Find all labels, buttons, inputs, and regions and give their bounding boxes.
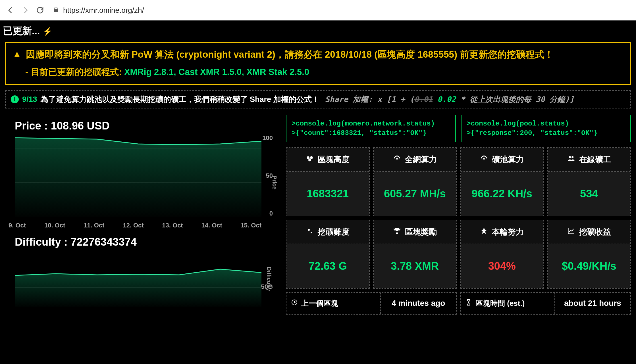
bottom-label-0: 上一個區塊 xyxy=(301,298,338,308)
alert-subline: - 目前已更新的挖礦程式: XMRig 2.8.1, Cast XMR 1.5.… xyxy=(12,66,624,78)
stat-value-5: 3.78 XMR xyxy=(374,244,456,288)
gauge-icon xyxy=(393,154,401,164)
stat-value-0: 1683321 xyxy=(286,172,369,216)
price-x-ticks: 9. Oct 10. Oct 11. Oct 12. Oct 13. Oct 1… xyxy=(9,222,261,229)
price-chart: 100 50 0 Price 9. Oct 10. Oct 11. Oct 12… xyxy=(5,134,281,231)
alert-message: 因應即將到來的分叉和新 PoW 算法 (cryptonight variant … xyxy=(26,48,554,61)
chart-icon xyxy=(567,227,575,237)
url-text: https://xmr.omine.org/zh/ xyxy=(63,6,144,15)
stat-head-5: 區塊獎勵 xyxy=(374,220,456,244)
price-ytick-0: 100 xyxy=(262,134,273,142)
stat-label-1: 全網算力 xyxy=(405,154,437,165)
stat-head-1: 全網算力 xyxy=(374,148,456,172)
bottom-value-1: about 21 hours xyxy=(555,293,630,314)
stats-grid: 區塊高度 1683321 全網算力 605.27 MH/s 礦池算力 966.2… xyxy=(286,147,631,289)
stat-value-3: 534 xyxy=(548,172,631,216)
bolt-icon: ⚡ xyxy=(43,27,53,36)
star-icon xyxy=(480,227,488,237)
difficulty-y-label: Difficulty xyxy=(266,267,273,291)
updated-miners: XMRig 2.8.1, Cast XMR 1.5.0, XMR Stak 2.… xyxy=(124,67,309,77)
stat-label-5: 區塊獎勵 xyxy=(405,227,437,237)
price-ytick-2: 0 xyxy=(269,210,273,217)
update-status: 已更新... ⚡ xyxy=(3,20,633,42)
stat-label-0: 區塊高度 xyxy=(318,154,350,165)
svg-point-6 xyxy=(308,229,310,231)
stat-label-2: 礦池算力 xyxy=(492,154,524,165)
bottom-head-1: 區塊時間 (est.) xyxy=(461,293,555,314)
bottom-stat-0: 上一個區塊 4 minutes ago xyxy=(286,292,457,315)
bottom-stats-row: 上一個區塊 4 minutes ago 區塊時間 (est.) about 21… xyxy=(286,292,631,315)
fork-warning-alert: ▲ 因應即將到來的分叉和新 PoW 算法 (cryptonight varian… xyxy=(5,42,631,85)
cogs-icon xyxy=(306,227,314,237)
formula-suffix: * 從上次出塊後的每 30 分鐘)] xyxy=(456,95,574,104)
reload-button[interactable] xyxy=(35,5,45,15)
difficulty-chart-title: Difficulty : 72276343374 xyxy=(15,236,281,248)
price-y-label: Price xyxy=(271,176,278,190)
stat-card-4: 挖礦難度 72.63 G xyxy=(286,220,370,289)
price-chart-svg xyxy=(15,134,261,217)
stat-head-0: 區塊高度 xyxy=(286,148,369,172)
stat-label-3: 在線礦工 xyxy=(579,154,611,165)
difficulty-chart: 50G Difficulty xyxy=(5,250,281,307)
browser-toolbar: https://xmr.omine.org/zh/ xyxy=(0,0,636,20)
address-bar[interactable]: https://xmr.omine.org/zh/ xyxy=(50,6,630,15)
stat-head-4: 挖礦難度 xyxy=(286,220,369,244)
network-status-text: >console.log(monero.network.status) >{"c… xyxy=(292,119,450,138)
stat-value-6: 304% xyxy=(461,244,543,288)
notice-text: 為了避免算力跳池以及獎勵長期挖礦的礦工，我們稍稍改變了 Share 加權的公式！ xyxy=(41,94,319,104)
stat-value-2: 966.22 KH/s xyxy=(461,172,543,216)
stat-head-7: 挖礦收益 xyxy=(548,220,631,244)
share-weight-formula: Share 加權: x [1 + (0.01 0.02 * 從上次出塊後的每 3… xyxy=(325,94,574,104)
svg-point-7 xyxy=(311,232,312,233)
users-icon xyxy=(567,154,575,164)
stat-card-7: 挖礦收益 $0.49/KH/s xyxy=(547,220,631,289)
stat-label-6: 本輪努力 xyxy=(492,227,524,237)
stat-card-0: 區塊高度 1683321 xyxy=(286,147,370,216)
formula-prefix: Share 加權: x [1 + ( xyxy=(325,95,414,104)
bottom-head-0: 上一個區塊 xyxy=(286,293,381,314)
stat-value-7: $0.49/KH/s xyxy=(548,244,631,288)
stat-head-6: 本輪努力 xyxy=(461,220,543,244)
bottom-stat-1: 區塊時間 (est.) about 21 hours xyxy=(460,292,631,315)
stat-value-1: 605.27 MH/s xyxy=(374,172,456,216)
stat-label-4: 挖礦難度 xyxy=(318,227,350,237)
hourglass-icon xyxy=(465,299,472,308)
forward-button[interactable] xyxy=(20,5,30,15)
gauge-icon xyxy=(480,154,488,164)
share-weight-notice: i 9/13 為了避免算力跳池以及獎勵長期挖礦的礦工，我們稍稍改變了 Share… xyxy=(5,90,631,108)
bottom-value-0: 4 minutes ago xyxy=(381,293,456,314)
clock-icon xyxy=(291,299,298,308)
update-status-text: 已更新... xyxy=(3,25,40,36)
stat-card-3: 在線礦工 534 xyxy=(547,147,631,216)
pool-status-text: >console.log(pool.status) >{"response":2… xyxy=(467,119,625,138)
difficulty-chart-svg xyxy=(15,250,261,307)
back-button[interactable] xyxy=(6,5,15,15)
formula-old: 0.01 xyxy=(414,95,433,104)
info-icon: i xyxy=(11,95,19,103)
stat-card-1: 全網算力 605.27 MH/s xyxy=(373,147,457,216)
warning-icon: ▲ xyxy=(12,49,22,59)
stat-card-5: 區塊獎勵 3.78 XMR xyxy=(373,220,457,289)
stat-value-4: 72.63 G xyxy=(286,244,369,288)
stat-card-2: 礦池算力 966.22 KH/s xyxy=(460,147,544,216)
stat-head-3: 在線礦工 xyxy=(548,148,631,172)
svg-point-4 xyxy=(569,156,571,158)
svg-point-5 xyxy=(571,156,573,158)
network-status-console: >console.log(monero.network.status) >{"c… xyxy=(286,115,456,142)
alert-sub-label: 目前已更新的挖礦程式: xyxy=(31,67,122,77)
trophy-icon xyxy=(393,227,401,237)
lock-icon xyxy=(53,6,59,15)
notice-date: 9/13 xyxy=(22,95,37,104)
price-chart-title: Price : 108.96 USD xyxy=(15,120,281,132)
cubes-icon xyxy=(306,154,314,164)
stat-label-7: 挖礦收益 xyxy=(579,227,611,237)
stat-head-2: 礦池算力 xyxy=(461,148,543,172)
bottom-label-1: 區塊時間 (est.) xyxy=(475,298,525,308)
formula-new: 0.02 xyxy=(437,95,456,104)
pool-status-console: >console.log(pool.status) >{"response":2… xyxy=(461,115,631,142)
stat-card-6: 本輪努力 304% xyxy=(460,220,544,289)
